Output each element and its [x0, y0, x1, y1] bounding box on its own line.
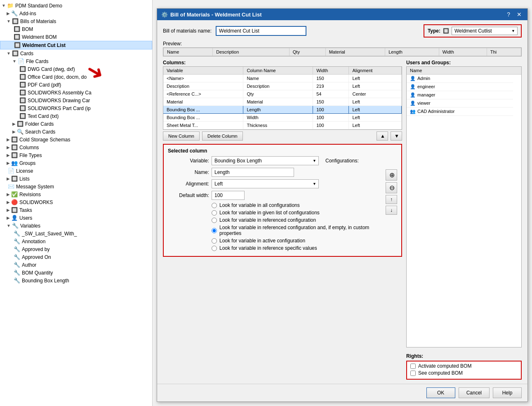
help-icon-titlebar[interactable]: ? [505, 11, 512, 18]
default-width-input[interactable] [212, 191, 245, 200]
tree-item-officecard[interactable]: 🔲Office Card (doc, docm, do [0, 73, 152, 81]
user-row-3[interactable]: 👤viewer [407, 99, 521, 108]
radio-input-0[interactable] [212, 203, 217, 208]
move-down-button[interactable]: ▼ [391, 131, 402, 141]
columns-row-4[interactable]: Bounding Box ...Length100Left [163, 106, 402, 114]
alignment-select[interactable]: Left Center Right [212, 179, 319, 188]
radio-input-3[interactable] [212, 228, 217, 233]
tree-item-lists[interactable]: 🔲Lists [0, 175, 152, 183]
tree-item-var-bomqty[interactable]: 🔧BOM Quantity [0, 269, 152, 277]
tree-item-addins[interactable]: 🔧Add-ins [0, 9, 152, 17]
tree-item-bom[interactable]: 🔲Bills of Materials [0, 17, 152, 25]
tree-item-revisions[interactable]: ✅Revisions [0, 190, 152, 198]
user-row-0[interactable]: 👤Admin [407, 75, 521, 83]
move-up-button[interactable]: ▲ [377, 131, 388, 141]
tree-item-var-approvedby[interactable]: 🔧Approved by [0, 245, 152, 253]
tree-arrow-root[interactable] [2, 3, 6, 8]
config-add-button[interactable]: ⊕ [386, 169, 397, 181]
rights-checkbox-1[interactable] [410, 371, 416, 376]
tree-item-bom-weldmentcl[interactable]: 🔲Weldment Cut List [0, 41, 152, 49]
tree-arrow-tasks[interactable] [7, 208, 10, 212]
tree-arrow-bom[interactable] [7, 19, 11, 23]
user-row-4[interactable]: 👥CAD Administrator [407, 108, 521, 116]
close-button[interactable]: ✕ [515, 11, 523, 18]
tree-arrow-users[interactable] [7, 216, 10, 220]
bom-name-row: Bill of materials name: Type: 🔲 Weldment… [163, 24, 522, 38]
config-up-button[interactable]: ↑ [386, 195, 397, 204]
radio-input-5[interactable] [212, 246, 217, 251]
tree-item-swassembly[interactable]: 🔲SOLIDWORKS Assembly Ca [0, 89, 152, 96]
radio-input-2[interactable] [212, 218, 217, 223]
config-down-button[interactable]: ↓ [386, 206, 397, 215]
tree-item-pdfcard[interactable]: 🔲PDF Card (pdf) [0, 81, 152, 89]
tree-item-bom-weldment[interactable]: 🔲Weldment BOM [0, 33, 152, 41]
tree-item-columns[interactable]: 🔲Columns [0, 143, 152, 151]
user-row-2[interactable]: 👤manager [407, 91, 521, 99]
new-column-button[interactable]: New Column [163, 131, 200, 141]
tree-label-cards: Cards [20, 51, 33, 56]
ok-button[interactable]: OK [426, 387, 455, 398]
tree-arrow-foldercard[interactable] [12, 122, 16, 126]
delete-column-button[interactable]: Delete Column [202, 131, 243, 141]
col-header-width: Width [313, 67, 349, 75]
tree-item-var-sw[interactable]: 🔧_SW_Last_Saved_With_ [0, 230, 152, 237]
columns-row-1[interactable]: DescriptionDescription219Left [163, 82, 402, 90]
tree-item-solidworks[interactable]: 🔴SOLIDWORKS [0, 198, 152, 206]
tree-item-bom-bom[interactable]: 🔲BOM [0, 25, 152, 33]
tree-arrow-filetypes[interactable] [7, 153, 10, 157]
tree-item-foldercard[interactable]: 🔲Folder Cards [0, 120, 152, 128]
tree-item-swpart[interactable]: 🔲SOLIDWORKS Part Card (ip [0, 104, 152, 112]
columns-row-0[interactable]: <Name>Name150Left [163, 75, 402, 82]
tree-item-root[interactable]: 📁PDM Standard Demo [0, 2, 152, 9]
tree-icon-bom-bom: 🔲 [14, 26, 20, 32]
tree-label-columns: Columns [19, 145, 39, 150]
radio-input-1[interactable] [212, 210, 217, 216]
tree-arrow-revisions[interactable] [7, 192, 10, 197]
tree-item-filecards[interactable]: 📄File Cards [0, 57, 152, 65]
tree-item-var-author[interactable]: 🔧Author [0, 261, 152, 269]
tree-arrow-coldstorage[interactable] [7, 137, 10, 142]
config-remove-button[interactable]: ⊖ [386, 182, 397, 193]
tree-arrow-solidworks[interactable] [7, 200, 10, 204]
tree-item-var-bbox[interactable]: 🔧Bounding Box Length [0, 277, 152, 284]
tree-arrow-addins[interactable] [7, 11, 10, 16]
tree-item-swdrawing[interactable]: 🔲SOLIDWORKS Drawing Car [0, 96, 152, 104]
tree-item-textcard[interactable]: 🔲Text Card (txt) [0, 112, 152, 120]
columns-row-5[interactable]: Bounding Box ...Width100Left [163, 114, 402, 122]
tree-item-dwgcard[interactable]: 🔲DWG Card (dwg, dxf) [0, 65, 152, 73]
users-table-wrap[interactable]: Name 👤Admin👤engineer👤manager👤viewer👥CAD … [406, 66, 522, 347]
rights-checkbox-0[interactable] [410, 364, 416, 369]
tree-item-license[interactable]: 📄License [0, 167, 152, 175]
help-button[interactable]: Help [493, 387, 522, 398]
columns-row-3[interactable]: MaterialMaterial150Left [163, 98, 402, 106]
tree-label-revisions: Revisions [19, 192, 41, 197]
tree-item-filetypes[interactable]: 🔲File Types [0, 151, 152, 159]
tree-item-messagesystem[interactable]: ✉️Message System [0, 183, 152, 190]
tree-item-searchcard[interactable]: 🔍Search Cards [0, 128, 152, 136]
bom-name-input[interactable] [216, 26, 306, 36]
tree-arrow-variables[interactable] [7, 223, 11, 228]
tree-arrow-lists[interactable] [7, 176, 10, 181]
user-row-1[interactable]: 👤engineer [407, 83, 521, 91]
name-input[interactable] [212, 168, 294, 177]
tree-arrow-groups[interactable] [7, 161, 10, 165]
cancel-button[interactable]: Cancel [459, 387, 490, 398]
columns-row-2[interactable]: <Reference C...>Qty54Center [163, 90, 402, 98]
col-header-variable: Variable [163, 67, 243, 75]
tree-arrow-columns[interactable] [7, 145, 10, 150]
radio-input-4[interactable] [212, 238, 217, 244]
tree-item-variables[interactable]: 🔧Variables [0, 222, 152, 230]
tree-arrow-cards[interactable] [7, 51, 11, 56]
type-select[interactable]: Weldment Cutlist [452, 27, 518, 35]
columns-row-6[interactable]: Sheet Metal T...Thickness100Left [163, 122, 402, 129]
tree-arrow-searchcard[interactable] [12, 129, 16, 134]
variable-select[interactable]: Bounding Box Length [212, 156, 319, 165]
tree-item-groups[interactable]: 👥Groups [0, 159, 152, 167]
tree-item-cards[interactable]: 🔲Cards [0, 49, 152, 57]
tree-arrow-filecards[interactable] [12, 59, 16, 63]
tree-item-var-approvedon[interactable]: 🔧Approved On [0, 253, 152, 261]
tree-item-coldstorage[interactable]: 🔲Cold Storage Schemas [0, 136, 152, 143]
tree-item-tasks[interactable]: 🔲Tasks [0, 206, 152, 214]
tree-item-var-annotation[interactable]: 🔧Annotation [0, 237, 152, 245]
tree-item-users[interactable]: 👤Users [0, 214, 152, 222]
